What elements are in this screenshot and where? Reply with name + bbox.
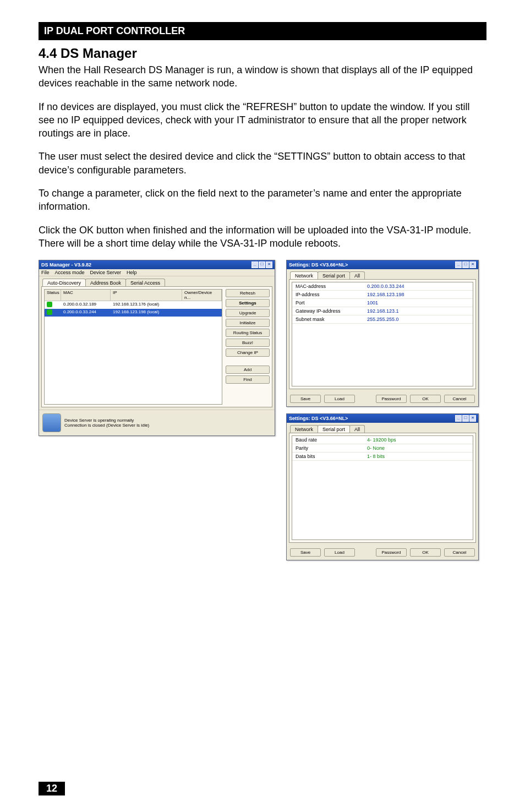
kv-row[interactable]: Data bits 1- 8 bits [292,453,473,461]
close-icon[interactable]: × [266,261,272,268]
kv-key: IP-address [292,291,364,298]
kv-value[interactable]: 0- None [364,444,473,452]
kv-value[interactable]: 192.168.123.1 [364,307,473,315]
row-owner [182,309,222,317]
settings-serial-titlebar: Settings: DS <V3.66+NL> _ □ × [287,414,478,423]
menu-access-mode[interactable]: Access mode [55,270,85,275]
kv-row[interactable]: Port 1001 [292,299,473,307]
settings-serial-buttons: Save Load Password OK Cancel [287,545,478,560]
tab-network[interactable]: Network [290,271,318,279]
device-table-header: Status MAC IP Owner/Device n... [45,290,222,301]
minimize-icon[interactable]: _ [251,261,258,268]
screenshots-row: DS Manager - V3.9.82 _ □ × File Access m… [39,260,486,560]
refresh-button[interactable]: Refresh [226,289,270,297]
password-button[interactable]: Password [376,395,407,403]
buzz-button[interactable]: Buzz! [226,339,270,347]
ds-manager-menubar: File Access mode Device Server Help [39,269,275,276]
minimize-icon[interactable]: _ [455,261,462,268]
window-buttons: _ □ × [455,415,476,422]
tab-network[interactable]: Network [290,425,318,433]
spacer [358,395,373,403]
ds-status-bar: Device Server is operating normally Conn… [39,410,275,435]
ok-button[interactable]: OK [410,395,441,403]
kv-row[interactable]: Subnet mask 255.255.255.0 [292,315,473,324]
kv-key: Subnet mask [292,315,364,323]
para-5: Click the OK button when finished and th… [39,224,486,250]
para-3: The user must select the desired device … [39,150,486,177]
password-button[interactable]: Password [376,548,407,557]
col-mac[interactable]: MAC [61,290,111,301]
kv-value[interactable]: 192.168.123.198 [364,291,473,298]
menu-file[interactable]: File [41,270,50,275]
maximize-icon[interactable]: □ [462,415,469,422]
tab-auto-discovery[interactable]: Auto-Discovery [42,279,86,286]
col-status[interactable]: Status [45,290,61,301]
load-button[interactable]: Load [324,395,355,403]
maximize-icon[interactable]: □ [259,261,265,268]
status-ok-icon [47,309,52,315]
minimize-icon[interactable]: _ [455,415,462,422]
maximize-icon[interactable]: □ [462,261,469,268]
change-ip-button[interactable]: Change IP [226,348,270,357]
kv-row[interactable]: Baud rate 4- 19200 bps [292,436,473,444]
ds-manager-tabs: Auto-Discovery Address Book Serial Acces… [39,276,275,286]
kv-value[interactable]: 4- 19200 bps [364,436,473,444]
save-button[interactable]: Save [290,395,321,403]
tab-serial-access[interactable]: Serial Access [125,279,165,286]
ok-button[interactable]: OK [410,548,441,557]
tab-serial-port[interactable]: Serial port [318,425,350,433]
initialize-button[interactable]: Initialize [226,319,270,327]
kv-key: Gateway IP-address [292,307,364,315]
device-status-icon [42,413,61,432]
close-icon[interactable]: × [469,261,476,268]
row-mac: 0.200.0.0.32.189 [61,301,111,309]
kv-row[interactable]: Gateway IP-address 192.168.123.1 [292,307,473,315]
page-header: IP DUAL PORT CONTROLLER [39,22,486,40]
col-owner[interactable]: Owner/Device n... [182,290,222,301]
settings-net-tabs: Network Serial port All [287,269,478,279]
settings-serial-list: Baud rate 4- 19200 bps Parity 0- None Da… [292,435,473,540]
find-button[interactable]: Find [226,375,270,384]
kv-value[interactable]: 1- 8 bits [364,453,473,460]
menu-device-server[interactable]: Device Server [90,270,122,275]
close-icon[interactable]: × [469,415,476,422]
kv-row[interactable]: Parity 0- None [292,444,473,453]
settings-net-titlebar: Settings: DS <V3.66+NL> _ □ × [287,260,478,269]
cancel-button[interactable]: Cancel [444,548,475,557]
kv-key: Data bits [292,453,364,460]
settings-net-buttons: Save Load Password OK Cancel [287,391,478,406]
tab-address-book[interactable]: Address Book [85,279,126,286]
menu-help[interactable]: Help [127,270,137,275]
kv-value[interactable]: 0.200.0.0.33.244 [364,282,473,290]
spacer [358,548,373,557]
ds-manager-titlebar: DS Manager - V3.9.82 _ □ × [39,260,275,269]
settings-serial-tabs: Network Serial port All [287,423,478,433]
tab-all[interactable]: All [349,271,365,279]
tab-serial-port[interactable]: Serial port [318,271,350,279]
save-button[interactable]: Save [290,548,321,557]
status-line-2: Connection is closed (Device Server is i… [64,423,149,428]
table-row[interactable]: 0.200.0.0.33.244 192.168.123.198 (local) [45,309,222,317]
kv-value[interactable]: 1001 [364,299,473,307]
table-row[interactable]: 0.200.0.0.32.189 192.168.123.176 (local) [45,301,222,309]
row-ip: 192.168.123.198 (local) [111,309,182,317]
kv-key: Parity [292,444,364,452]
upgrade-button[interactable]: Upgrade [226,309,270,317]
row-mac: 0.200.0.0.33.244 [61,309,111,317]
status-ok-icon [47,302,52,307]
ds-manager-title: DS Manager - V3.9.82 [41,262,91,268]
kv-row[interactable]: IP-address 192.168.123.198 [292,291,473,299]
settings-serial-window: Settings: DS <V3.66+NL> _ □ × Network Se… [286,413,479,560]
routing-status-button[interactable]: Routing Status [226,329,270,337]
cancel-button[interactable]: Cancel [444,395,475,403]
add-button[interactable]: Add [226,366,270,374]
col-ip[interactable]: IP [111,290,182,301]
tab-all[interactable]: All [349,425,365,433]
settings-button[interactable]: Settings [226,299,270,307]
settings-serial-title: Settings: DS <V3.66+NL> [289,416,348,421]
kv-row[interactable]: MAC-address 0.200.0.0.33.244 [292,282,473,291]
ds-manager-window: DS Manager - V3.9.82 _ □ × File Access m… [39,260,275,436]
settings-serial-body: Baud rate 4- 19200 bps Parity 0- None Da… [289,433,476,543]
kv-value[interactable]: 255.255.255.0 [364,315,473,323]
load-button[interactable]: Load [324,548,355,557]
